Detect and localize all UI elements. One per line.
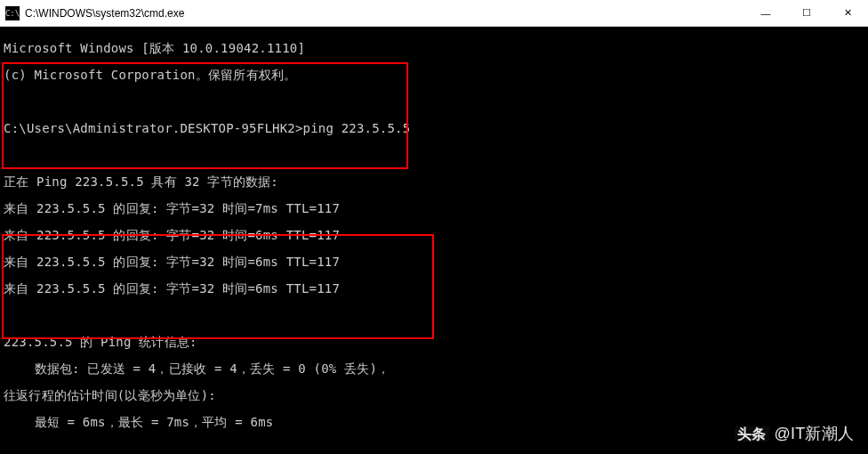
console-line: 往返行程的估计时间(以毫秒为单位):	[4, 389, 864, 402]
console-line: 来自 223.5.5.5 的回复: 字节=32 时间=7ms TTL=117	[4, 202, 864, 215]
window-title: C:\WINDOWS\system32\cmd.exe	[25, 7, 745, 20]
console-line: 来自 223.5.5.5 的回复: 字节=32 时间=6ms TTL=117	[4, 282, 864, 296]
console-line	[4, 149, 864, 162]
console-line: 来自 223.5.5.5 的回复: 字节=32 时间=6ms TTL=117	[4, 255, 864, 269]
watermark-handle: @IT新潮人	[775, 427, 854, 441]
console-line: Microsoft Windows [版本 10.0.19042.1110]	[4, 42, 864, 55]
prompt-path: C:\Users\Administrator.DESKTOP-95FLHK2>	[4, 121, 303, 135]
watermark: 头条 @IT新潮人	[735, 426, 854, 442]
console-line	[4, 309, 864, 322]
console-line	[4, 95, 864, 109]
console-line: (c) Microsoft Corporation。保留所有权利。	[4, 69, 864, 82]
minimize-button[interactable]: —	[745, 0, 786, 26]
cmd-icon: C:\	[5, 6, 20, 20]
console-area[interactable]: Microsoft Windows [版本 10.0.19042.1110] (…	[0, 27, 868, 454]
close-button[interactable]: ✕	[827, 0, 868, 26]
maximize-button[interactable]: ☐	[786, 0, 827, 26]
watermark-logo: 头条	[735, 426, 768, 442]
console-line: 223.5.5.5 的 Ping 统计信息:	[4, 336, 864, 349]
command-text: ping 223.5.5.5	[303, 121, 411, 135]
console-line: 正在 Ping 223.5.5.5 具有 32 字节的数据:	[4, 175, 864, 189]
console-line: 来自 223.5.5.5 的回复: 字节=32 时间=6ms TTL=117	[4, 229, 864, 242]
titlebar[interactable]: C:\ C:\WINDOWS\system32\cmd.exe — ☐ ✕	[0, 0, 868, 27]
window-controls: — ☐ ✕	[745, 0, 868, 26]
prompt-line: C:\Users\Administrator.DESKTOP-95FLHK2>p…	[4, 122, 864, 135]
console-line	[4, 442, 864, 454]
console-line: 数据包: 已发送 = 4，已接收 = 4，丢失 = 0 (0% 丢失)，	[4, 362, 864, 376]
